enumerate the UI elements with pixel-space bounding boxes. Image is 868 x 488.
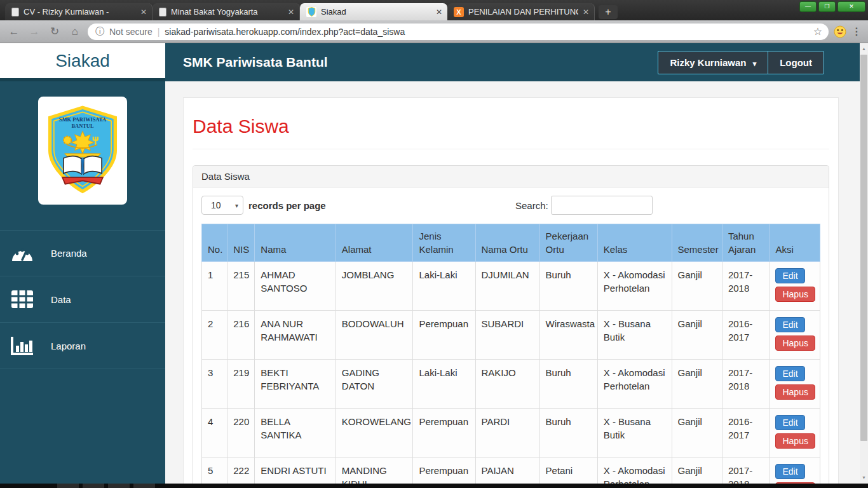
browser-menu-icon[interactable]: ⋮: [851, 25, 862, 37]
hapus-button[interactable]: Hapus: [775, 287, 815, 302]
cell-nama: BEKTI FEBRIYANTA: [255, 360, 336, 409]
cell-kelas: X - Busana Butik: [597, 409, 672, 458]
edit-button[interactable]: Edit: [775, 464, 804, 479]
edit-button[interactable]: Edit: [775, 366, 804, 381]
edit-button[interactable]: Edit: [775, 268, 804, 283]
emoji-extension-icon[interactable]: [834, 25, 846, 38]
cell-no: 4: [202, 409, 227, 458]
close-icon[interactable]: ✕: [288, 8, 294, 17]
tab-penilaian[interactable]: X PENILAIAN DAN PERHITUNGAN ✕: [447, 3, 595, 20]
cell-nis: 215: [227, 262, 255, 311]
col-header-nama[interactable]: Nama: [255, 224, 336, 262]
col-header-kelas[interactable]: Kelas: [597, 224, 672, 262]
col-header-pekerjaan-ortu[interactable]: Pekerjaan Ortu: [539, 224, 597, 262]
edit-button[interactable]: Edit: [775, 415, 804, 430]
browser-toolbar: ← → ↻ ⌂ ⓘ Not secure | siakad-pariwisata…: [0, 20, 868, 43]
student-table-body: 1215AHMAD SANTOSOJOMBLANGLaki-LakiDJUMIL…: [202, 262, 820, 484]
sidebar-item-label: Beranda: [51, 248, 87, 259]
tab-cv[interactable]: CV - Rizky Kurniawan - ✕: [5, 3, 153, 20]
app-brand: Siakad: [0, 43, 165, 81]
col-header-tahun-ajaran[interactable]: Tahun Ajaran: [722, 224, 770, 262]
page-icon: [11, 8, 19, 17]
forward-icon[interactable]: →: [27, 25, 42, 38]
search-input[interactable]: [551, 196, 653, 215]
cell-nama-ortu: PARDI: [475, 409, 539, 458]
browser-window: CV - Rizky Kurniawan - ✕ Minat Bakat Yog…: [0, 0, 868, 488]
page-viewport: Siakad SMK PARIWISATA BANTUL: [0, 43, 868, 484]
sidebar-item-data[interactable]: Data: [0, 276, 165, 323]
panel-body: 10 ▾ records per page Search:: [193, 187, 829, 484]
col-header-alamat[interactable]: Alamat: [336, 224, 413, 262]
home-icon[interactable]: ⌂: [67, 25, 83, 38]
cell-nama: BELLA SANTIKA: [255, 409, 336, 458]
close-icon[interactable]: ✕: [140, 8, 147, 17]
close-icon[interactable]: ✕: [583, 8, 589, 17]
address-bar[interactable]: ⓘ Not secure | siakad-pariwisata.herokua…: [88, 24, 829, 40]
tab-minat-bakat[interactable]: Minat Bakat Yogyakarta ✕: [153, 3, 300, 20]
tab-title: Siakad: [321, 7, 431, 17]
back-icon[interactable]: ←: [6, 25, 22, 38]
refresh-icon[interactable]: ↻: [47, 25, 62, 38]
maximize-button[interactable]: ❐: [818, 1, 836, 12]
sidebar-item-laporan[interactable]: Laporan: [0, 323, 165, 369]
sidebar-item-beranda[interactable]: Beranda: [0, 230, 165, 276]
info-icon[interactable]: ⓘ: [95, 26, 104, 37]
page-title: Data Siswa: [193, 116, 829, 137]
col-header-aksi[interactable]: Aksi: [770, 224, 820, 262]
sidebar-menu: Beranda Data: [0, 230, 165, 369]
hapus-button[interactable]: Hapus: [775, 433, 815, 449]
user-dropdown-button[interactable]: Rizky Kurniawan ▾: [658, 51, 768, 74]
cell-no: 1: [202, 262, 227, 311]
cell-nis: 220: [227, 409, 255, 458]
scroll-up-icon[interactable]: ▲: [860, 44, 868, 53]
cell-nama-ortu: SUBARDI: [475, 311, 539, 360]
col-header-jenis-kelamin[interactable]: Jenis Kelamin: [413, 224, 475, 262]
scroll-down-icon[interactable]: ▼: [860, 473, 868, 482]
page-scrollbar[interactable]: ▲ ▼: [860, 43, 868, 484]
cell-nama-ortu: PAIJAN: [475, 458, 539, 484]
taskbar-item: [57, 484, 79, 488]
cell-jenis-kelamin: Perempuan: [413, 311, 475, 360]
window-close-button[interactable]: ✕: [837, 1, 865, 12]
cell-kelas: X - Busana Butik: [597, 311, 672, 360]
cell-aksi: EditHapus: [770, 458, 820, 484]
cell-aksi: EditHapus: [770, 262, 820, 311]
new-tab-button[interactable]: +: [599, 5, 618, 19]
cell-tahun-ajaran: 2016-2017: [722, 311, 770, 360]
logout-button[interactable]: Logout: [768, 51, 824, 74]
window-controls: — ❐ ✕: [799, 1, 865, 12]
siakad-shield-icon: [306, 7, 316, 17]
records-per-page-select[interactable]: 10 ▾: [201, 196, 243, 215]
hapus-button[interactable]: Hapus: [775, 482, 815, 484]
hapus-button[interactable]: Hapus: [775, 384, 815, 400]
col-header-no[interactable]: No.: [202, 224, 227, 262]
siakad-page: Siakad SMK PARIWISATA BANTUL: [0, 43, 860, 484]
scrollbar-thumb[interactable]: [860, 55, 867, 441]
table-header-row: No.NISNamaAlamatJenis KelaminNama OrtuPe…: [202, 224, 820, 262]
tab-title: Minat Bakat Yogyakarta: [171, 7, 283, 17]
cell-nis: 219: [227, 360, 255, 409]
sun-emblem: [71, 131, 93, 153]
chevron-down-icon: ▾: [235, 202, 238, 209]
cell-aksi: EditHapus: [770, 360, 820, 409]
cell-no: 5: [202, 458, 227, 484]
url-text[interactable]: siakad-pariwisata.herokuapp.com/index.ph…: [165, 27, 808, 37]
xampp-icon: X: [454, 7, 464, 17]
close-icon[interactable]: ✕: [436, 8, 442, 17]
cell-semester: Ganjil: [672, 458, 722, 484]
search-label: Search:: [515, 200, 548, 211]
hapus-button[interactable]: Hapus: [775, 336, 815, 351]
cell-pekerjaan-ortu: Buruh: [539, 360, 597, 409]
col-header-nama-ortu[interactable]: Nama Ortu: [475, 224, 539, 262]
tab-siakad-active[interactable]: Siakad ✕: [300, 3, 447, 20]
user-name: Rizky Kurniawan: [670, 57, 746, 68]
minimize-button[interactable]: —: [799, 1, 817, 12]
col-header-nis[interactable]: NIS: [227, 224, 255, 262]
content-area: Data Siswa Data Siswa 10 ▾: [165, 81, 860, 484]
cell-tahun-ajaran: 2017-2018: [722, 458, 770, 484]
cell-nama: ENDRI ASTUTI: [255, 458, 336, 484]
col-header-semester[interactable]: Semester: [672, 224, 722, 262]
bookmark-star-icon[interactable]: ☆: [813, 25, 822, 37]
cell-no: 2: [202, 311, 227, 360]
edit-button[interactable]: Edit: [775, 317, 804, 332]
